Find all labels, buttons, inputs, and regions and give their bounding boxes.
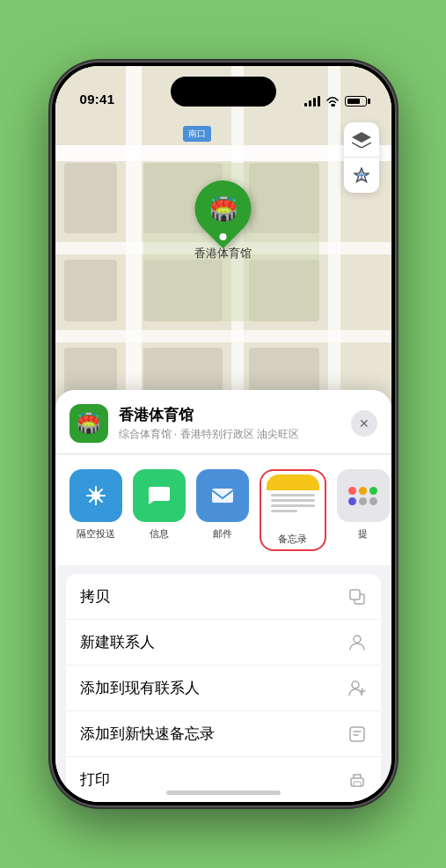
action-list: 拷贝 新建联系人 添加到现有联系人 [66, 574, 381, 802]
airdrop-label: 隔空投送 [77, 527, 115, 541]
action-copy[interactable]: 拷贝 [66, 574, 381, 620]
pin-dot [220, 233, 227, 240]
bottom-sheet: 🏟️ 香港体育馆 综合体育馆 · 香港特别行政区 油尖旺区 ✕ [55, 390, 391, 802]
print-icon [347, 770, 367, 790]
person-icon [347, 633, 367, 652]
svg-point-23 [352, 681, 359, 688]
svg-rect-12 [64, 163, 117, 233]
venue-info: 香港体育馆 综合体育馆 · 香港特别行政区 油尖旺区 [119, 405, 351, 442]
status-time: 09:41 [80, 92, 115, 107]
phone-frame: 09:41 [52, 63, 395, 805]
action-new-contact-label: 新建联系人 [80, 632, 155, 652]
notes-icon [267, 474, 319, 527]
share-item-messages[interactable]: 信息 [133, 469, 186, 551]
svg-point-0 [331, 104, 333, 107]
svg-rect-4 [55, 330, 391, 342]
signal-icon [304, 96, 320, 107]
action-new-contact[interactable]: 新建联系人 [66, 620, 381, 666]
more-icon [337, 469, 390, 522]
share-item-airdrop[interactable]: 隔空投送 [69, 469, 122, 551]
svg-rect-2 [55, 145, 391, 161]
share-row: 隔空投送 信息 [55, 455, 391, 565]
close-button[interactable]: ✕ [351, 410, 377, 437]
action-add-notes-label: 添加到新快速备忘录 [80, 724, 215, 744]
action-copy-label: 拷贝 [80, 586, 110, 607]
wifi-icon [325, 96, 340, 107]
sheet-header: 🏟️ 香港体育馆 综合体育馆 · 香港特别行政区 油尖旺区 ✕ [55, 390, 391, 454]
action-print[interactable]: 打印 [66, 757, 381, 802]
venue-name: 香港体育馆 [119, 405, 351, 425]
action-add-notes[interactable]: 添加到新快速备忘录 [66, 711, 381, 757]
messages-label: 信息 [150, 527, 169, 541]
venue-icon: 🏟️ [69, 404, 108, 443]
pin-icon: 🏟️ [209, 195, 238, 223]
svg-rect-24 [350, 727, 364, 741]
road-label: 南口 [183, 126, 211, 142]
share-item-more[interactable]: 提 [337, 469, 390, 551]
svg-rect-13 [64, 260, 117, 321]
person-add-icon [347, 679, 367, 698]
location-pin: 🏟️ 香港体育馆 [194, 180, 252, 261]
copy-icon [347, 587, 367, 607]
venue-subtitle: 综合体育馆 · 香港特别行政区 油尖旺区 [119, 427, 351, 442]
svg-rect-19 [212, 489, 233, 503]
airdrop-icon [69, 469, 122, 522]
action-add-existing-label: 添加到现有联系人 [80, 678, 200, 698]
action-print-label: 打印 [80, 769, 110, 790]
mail-icon [196, 469, 249, 522]
share-item-notes[interactable]: 备忘录 [260, 469, 326, 551]
svg-rect-21 [350, 590, 360, 600]
action-add-existing[interactable]: 添加到现有联系人 [66, 666, 381, 711]
note-icon [347, 725, 367, 744]
notes-label: 备忘录 [278, 533, 307, 546]
svg-point-22 [354, 636, 361, 643]
map-layer-button[interactable] [344, 122, 379, 158]
battery-icon [345, 96, 367, 107]
share-item-mail[interactable]: 邮件 [196, 469, 249, 551]
home-indicator [166, 791, 281, 795]
mail-label: 邮件 [213, 527, 232, 541]
dynamic-island [171, 77, 276, 107]
svg-rect-26 [354, 782, 361, 786]
map-controls[interactable] [344, 122, 379, 193]
phone-screen: 09:41 [55, 66, 391, 802]
status-icons [304, 96, 367, 107]
more-label: 提 [358, 527, 368, 541]
location-button[interactable] [344, 158, 379, 193]
messages-icon [133, 469, 186, 522]
